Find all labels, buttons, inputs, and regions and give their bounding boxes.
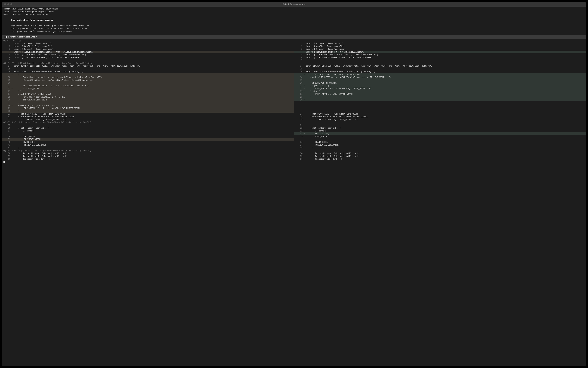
word-diff-removed: iterFormatHunkSideBySide	[65, 51, 93, 53]
diff-row: 58 let hunkLinesA: (string | null)[] = […	[2, 152, 294, 155]
diff-row: 2 import { Config } from './config';	[2, 45, 294, 48]
file-header: src/iterSideBySideDiffs.ts	[2, 35, 586, 39]
window-controls	[4, 3, 12, 5]
diff-row: 38 LINE_WIDTH,	[2, 135, 294, 138]
diff-row: 31	[294, 124, 586, 127]
diff-row: 5 import { iterFormatCommitLine } from '…	[2, 53, 294, 56]
commit-body: splitting would create lines shorter tha…	[2, 27, 586, 30]
diff-row-added: 22+ LINE_WIDTH = Math.floor(config.SCREE…	[294, 87, 586, 90]
diff-row: 29 ''.padStart(config.SCREEN_WIDTH, '─')	[294, 118, 586, 121]
diff-row: 15	[2, 68, 294, 70]
diff-row: 59 let hunkLinesB: (string | null)[] = […	[2, 155, 294, 158]
hunk-header: @@ -1,7 +1,7 @@	[2, 39, 586, 42]
diff-right-column: 54 let hunkLinesA: (string | null)[] = […	[294, 152, 586, 160]
diff-row: 37 ...config,	[2, 129, 294, 132]
diff-row-removed: 30- );	[2, 110, 294, 113]
window-title: Default (screencapture)	[2, 3, 586, 6]
diff-row-added: 21+ if (SPLIT_DIFFS) {	[294, 84, 586, 87]
diff-row-removed: 39- LINE_TEXT_WIDTH,	[2, 138, 294, 141]
hunk-header: @@ -35,8 +31,8 @@ export function getSid…	[2, 121, 586, 124]
diff-row-added: 18+ const SPLIT_DIFFS = config.SCREEN_WI…	[294, 76, 586, 79]
close-icon[interactable]	[4, 3, 6, 5]
titlebar[interactable]: Default (screencapture)	[2, 2, 586, 7]
diff-row: 42 };	[2, 147, 294, 149]
diff-left-column: 14 const BINARY_FILES_DIFF_REGEX = /^Bin…	[2, 65, 294, 121]
diff-row-empty	[2, 132, 294, 135]
hunk-header: @@ -58,7 +54,7 @@ export function getSid…	[2, 149, 586, 152]
commit-body: Repurposes the MIN_LINE_WIDTH config to …	[2, 25, 586, 27]
diff-row: 35	[2, 124, 294, 127]
commit-author: Author: Shrey Banga <banga.shrey@gmail.c…	[2, 10, 586, 13]
file-icon	[4, 36, 7, 38]
terminal-window: Default (screencapture) commit 5a00d1609…	[2, 2, 586, 366]
diff-left-column: 35 36 const context: Context = { 37 ...c…	[2, 124, 294, 149]
commit-subject: Show unified diffs on narrow screens	[2, 19, 586, 22]
diff-row-removed: 25- Math.floor(config.SCREEN_WIDTH / 2),	[2, 96, 294, 99]
diff-row: 16 export function getSideBySideDiffIter…	[2, 70, 294, 73]
diff-row: 1 import * as assert from 'assert';	[294, 42, 586, 45]
diff-row-removed: 29- LINE_WIDTH - 1 - 1 - 1 - config.LINE…	[2, 107, 294, 110]
diff-row: 7	[294, 59, 586, 62]
cursor-icon	[3, 161, 5, 163]
diff-row: 2 import { Config } from './config';	[294, 45, 586, 48]
word-diff-added: iterFormatHunk	[346, 51, 362, 53]
diff-row: 32 const context: Context = {	[294, 127, 586, 129]
diff-row-added: 19+	[294, 79, 586, 82]
diff-row-removed: 24- const LINE_WIDTH = Math.max(	[2, 93, 294, 96]
diff-row-removed: 22- = SCREEN_WIDTH	[2, 87, 294, 90]
diff-row-added: 17+ // Only split diffs if there's enoug…	[294, 73, 586, 76]
diff-row-added: 23+ } else {	[294, 90, 586, 93]
diff-row-added: 34+ SPLIT_DIFFS,	[294, 132, 586, 135]
diff-row: 36 BLANK_LINE,	[294, 141, 586, 144]
diff-row-empty	[294, 104, 586, 107]
diff-row-added: 20+ let LINE_WIDTH: number;	[294, 82, 586, 84]
zoom-icon[interactable]	[10, 3, 12, 5]
commit-hash: commit 5a00d16095a255b57c762289fa434e180…	[2, 8, 586, 10]
diff-row-removed: 19- <lineWithoutPrefix><lineNo> <linePre…	[2, 79, 294, 82]
diff-row: 33 ''.padStart(config.SCREEN_WIDTH, '─')	[2, 118, 294, 121]
diff-row-removed: 21- So (LINE_NUMBER_WIDTH + 1 + 1 + 1 + …	[2, 84, 294, 87]
diff-row-removed: 26- config.MIN_LINE_WIDTH	[2, 99, 294, 101]
diff-row: 33 ...config,	[294, 129, 586, 132]
diff-row: 7	[2, 59, 294, 62]
diff-left-column: 1 import * as assert from 'assert'; 2 im…	[2, 42, 294, 62]
diff-right-column: 14 const BINARY_FILES_DIFF_REGEX = /^Bin…	[294, 65, 586, 121]
diff-row-empty	[294, 107, 586, 110]
terminal-viewport[interactable]: commit 5a00d16095a255b57c762289fa434e180…	[2, 7, 586, 366]
diff-row: 40 BLANK_LINE,	[2, 141, 294, 144]
diff-row: 28 const HORIZONTAL_SEPARATOR = config.B…	[294, 116, 586, 118]
diff-row: 35 LINE_WIDTH,	[294, 135, 586, 138]
diff-row: 15	[294, 68, 586, 70]
word-diff-removed: iterFormatHunkSideBySide	[24, 51, 52, 53]
hunk-header: @@ -14,20 +14,16 @@ import { iterFormatF…	[2, 62, 586, 65]
diff-row: 37 HORIZONTAL_SEPARATOR,	[294, 144, 586, 147]
diff-row-added: 25+ }	[294, 96, 586, 99]
diff-row: 60 function* yieldHunk() {	[2, 158, 294, 161]
diff-row: 3 import { Context } from './context';	[2, 48, 294, 51]
diff-row: 27 const BLANK_LINE = ''.padStart(LINE_W…	[294, 113, 586, 116]
diff-row-removed: 23- */	[2, 90, 294, 93]
diff-row-removed: 17- /*	[2, 73, 294, 76]
diff-row-added: 24+ LINE_WIDTH = config.SCREEN_WIDTH;	[294, 93, 586, 96]
diff-row-removed: 18- Each line in a hunk is rendered as f…	[2, 76, 294, 79]
commit-date: Date: Sat Apr 17 20:20:56 2021 -0700	[2, 13, 586, 16]
diff-row: 1 import * as assert from 'assert';	[2, 42, 294, 45]
diff-row-removed: 4-import { iterFormatHunkSideBySide } fr…	[2, 51, 294, 54]
diff-right-column: 1 import * as assert from 'assert'; 2 im…	[294, 42, 586, 62]
diff-row: 32 const HORIZONTAL_SEPARATOR = config.B…	[2, 116, 294, 118]
diff-row: 16 export function getSideBySideDiffIter…	[294, 70, 586, 73]
file-name: src/iterSideBySideDiffs.ts	[8, 36, 39, 38]
diff-row: 14 const BINARY_FILES_DIFF_REGEX = /^Bin…	[2, 65, 294, 68]
diff-row: 3 import { Context } from './context';	[294, 48, 586, 51]
diff-row: 6 import { iterFormatFileName } from './…	[294, 56, 586, 59]
minimize-icon[interactable]	[7, 3, 9, 5]
diff-row-removed: 28- const LINE_TEXT_WIDTH = Math.max(	[2, 104, 294, 107]
diff-row-removed: 20-	[2, 82, 294, 84]
diff-row-empty	[294, 138, 586, 141]
diff-row: 41 HORIZONTAL_SEPARATOR,	[2, 144, 294, 147]
diff-body: @@ -1,7 +1,7 @@ 1 import * as assert fro…	[2, 39, 586, 161]
diff-row: 14 const BINARY_FILES_DIFF_REGEX = /^Bin…	[294, 65, 586, 68]
diff-row: 38 };	[294, 147, 586, 149]
diff-row: 55 let hunkLinesB: (string | null)[] = […	[294, 155, 586, 158]
diff-row: 54 let hunkLinesA: (string | null)[] = […	[294, 152, 586, 155]
